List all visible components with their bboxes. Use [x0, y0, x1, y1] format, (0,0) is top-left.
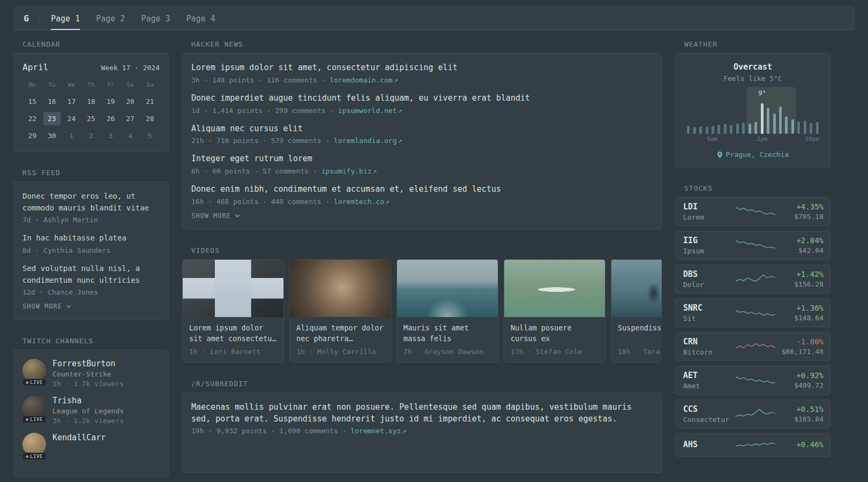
stock-symbol[interactable]: DBS [683, 269, 735, 279]
calendar-day: 22 [23, 112, 42, 125]
twitch-channel-game[interactable]: League of Legends [53, 407, 124, 415]
hn-item-title[interactable]: Donec enim nibh, condimentum et accumsan… [191, 184, 653, 195]
stock-left: CCSConsectetur [683, 404, 735, 424]
nav-tab-page-1[interactable]: Page 1 [51, 7, 80, 30]
subreddit-item-domain-link[interactable]: loremnet.xyz↗ [350, 427, 406, 435]
hn-item-domain-link[interactable]: ipsumworld.net↗ [338, 107, 402, 115]
stock-sparkline [735, 272, 776, 286]
live-dot-icon [26, 418, 28, 421]
nav-tab-page-2[interactable]: Page 2 [96, 7, 125, 30]
twitch-channel-info: ForrestBurtonCounter-Strike1h · 1.7k vie… [53, 359, 124, 388]
weather-bar-slot [716, 87, 722, 134]
hn-item-domain-link[interactable]: loremdomain.com↗ [330, 76, 398, 84]
weather-bar-slot [698, 87, 704, 134]
stock-sparkline-chart [735, 205, 776, 219]
stock-sparkline [735, 373, 776, 387]
video-title[interactable]: Aliquam tempor dolor nec pharetra… [296, 322, 384, 344]
hn-item-meta: 16h · 468 points · 440 comments · loremt… [191, 198, 653, 206]
rss-show-more-button[interactable]: SHOW MORE [23, 303, 71, 310]
twitch-channel-game[interactable]: Counter-Strike [53, 370, 124, 378]
app-logo[interactable]: G [14, 7, 39, 30]
twitch-channel-row: LIVEForrestBurtonCounter-Strike1h · 1.7k… [23, 359, 160, 388]
weather-bar [767, 108, 769, 134]
weather-bar [804, 120, 806, 134]
stock-row[interactable]: SNRCSit+1.36%$148.64 [675, 298, 830, 327]
rss-item-title[interactable]: Donec tempor eros leo, ut commodo mauris… [23, 191, 160, 214]
stock-change: +0.92% [776, 371, 824, 380]
hn-item-title[interactable]: Lorem ipsum dolor sit amet, consectetur … [191, 62, 653, 74]
stock-row[interactable]: CRNBitcorn-1.00%$66,171.48 [675, 332, 830, 361]
stock-row[interactable]: IIGIpsum+2.84%$42.04 [675, 231, 830, 260]
weather-bar-slot [814, 87, 820, 134]
video-thumbnail[interactable] [611, 260, 662, 317]
calendar-week-info: Week 17 · 2024 [101, 64, 160, 72]
nav-tab-page-4[interactable]: Page 4 [186, 7, 215, 30]
video-thumbnail[interactable] [183, 260, 283, 317]
hn-item-domain-link[interactable]: ipsumify.biz↗ [321, 167, 377, 175]
video-thumbnail[interactable] [397, 260, 498, 317]
calendar-weekday: We [62, 79, 81, 91]
chevron-down-icon [235, 214, 240, 217]
rss-card: Donec tempor eros leo, ut commodo mauris… [13, 182, 169, 320]
weather-location: Prague, Czechia [684, 150, 821, 159]
video-title[interactable]: Suspendisse diam [618, 322, 662, 344]
twitch-avatar-wrap: LIVE [23, 396, 46, 423]
stock-change: +4.35% [776, 202, 824, 211]
show-more-label: SHOW MORE [191, 212, 231, 220]
stock-row[interactable]: LDILorem+4.35%$795.18 [675, 197, 830, 226]
stock-symbol[interactable]: IIG [683, 236, 735, 245]
rss-item-title[interactable]: Sed volutpat nulla nisl, a condimentum n… [23, 263, 160, 286]
stock-price: $156.28 [776, 280, 824, 288]
hn-item-domain-link[interactable]: loremtech.co↗ [334, 198, 390, 206]
twitch-channel-name[interactable]: ForrestBurton [53, 359, 124, 368]
calendar-day: 26 [101, 112, 121, 125]
weather-bar-slot [802, 87, 808, 134]
weather-time-label: 10pm [805, 135, 819, 142]
stock-symbol[interactable]: SNRC [683, 303, 735, 313]
stock-symbol[interactable]: LDI [683, 202, 735, 212]
stock-row[interactable]: AETAmet+0.92%$499.72 [675, 366, 830, 395]
videos-widget: VIDEOS Lorem ipsum dolor sit amet consec… [182, 246, 662, 363]
weather-bar [754, 122, 757, 134]
subreddit-item-title[interactable]: Maecenas mollis pulvinar erat non posuer… [191, 402, 653, 425]
stock-row[interactable]: CCSConsectetur+0.51%$165.84 [675, 400, 830, 428]
calendar-day: 20 [121, 95, 140, 108]
hn-item-title[interactable]: Integer eget rutrum lorem [191, 153, 653, 165]
rss-widget-label: RSS FEED [13, 169, 169, 177]
hacker-news-show-more-button[interactable]: SHOW MORE [191, 212, 240, 220]
rss-item-title[interactable]: In hac habitasse platea [23, 232, 160, 244]
weather-peak-temp: 9° [758, 89, 766, 97]
stock-symbol[interactable]: AHS [683, 440, 735, 449]
stock-change: -1.00% [776, 337, 824, 346]
video-card-body: Aliquam tempor dolor nec pharetra…1h · M… [290, 317, 391, 362]
stock-symbol[interactable]: CCS [683, 404, 735, 414]
twitch-channel-name[interactable]: Trisha [53, 396, 124, 405]
weather-bar-slot [783, 87, 789, 134]
stock-left: IIGIpsum [683, 236, 735, 255]
stock-symbol[interactable]: AET [683, 371, 735, 380]
stock-symbol[interactable]: CRN [683, 337, 735, 347]
twitch-channel-name[interactable]: KendallCarr [53, 433, 106, 442]
stock-row[interactable]: DBSDolor+1.42%$156.28 [675, 265, 830, 293]
stock-left: CRNBitcorn [683, 337, 735, 356]
video-title[interactable]: Nullam posuere cursus ex [511, 322, 598, 344]
weather-time-label: 6am [707, 135, 717, 142]
video-title[interactable]: Mauris sit amet massa felis [403, 322, 491, 344]
nav-tab-page-3[interactable]: Page 3 [141, 7, 170, 30]
calendar-weekday: Fr [101, 79, 121, 91]
hn-item-domain-link[interactable]: loremlandia.org↗ [334, 137, 402, 145]
hn-item-title[interactable]: Aliquam nec cursus elit [191, 123, 653, 135]
stock-row[interactable]: AHS+0.46% [675, 433, 830, 457]
weather-bar [810, 123, 812, 134]
stock-right: +1.36%$148.64 [776, 304, 824, 322]
video-thumbnail[interactable] [504, 260, 605, 317]
weather-times: 6am2pm10pm [684, 135, 821, 144]
stock-left: AETAmet [683, 371, 735, 390]
video-meta: 1h · Molly Carrillo [296, 348, 384, 356]
stock-price: $66,171.48 [776, 348, 824, 356]
weather-bar-slot [796, 87, 802, 134]
video-title[interactable]: Lorem ipsum dolor sit amet consectetu… [189, 322, 277, 344]
video-thumbnail[interactable] [290, 260, 391, 317]
video-meta: 7h · Grayson Dawson [403, 348, 491, 356]
hn-item-title[interactable]: Donec imperdiet augue tincidunt felis al… [191, 93, 653, 104]
